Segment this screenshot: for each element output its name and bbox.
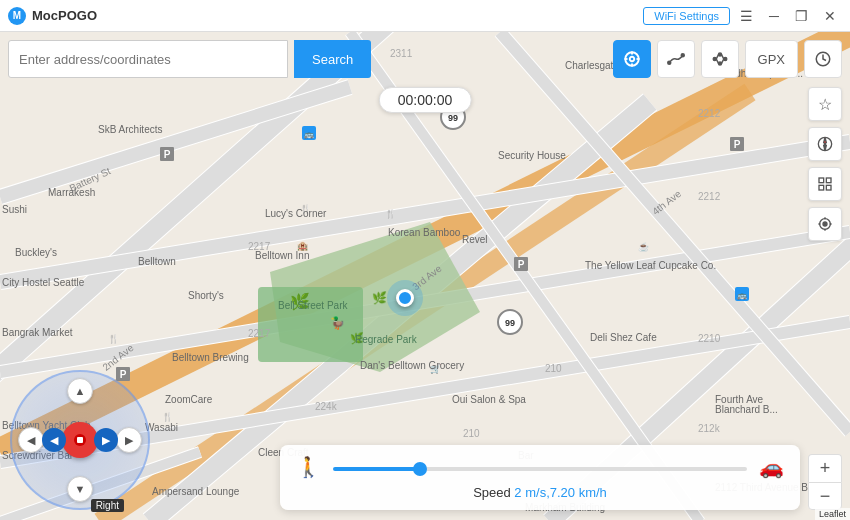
joystick-left-button[interactable]: ◀ xyxy=(18,427,44,453)
speed-text: Speed 2 m/s,7.20 km/h xyxy=(296,485,784,500)
svg-rect-84 xyxy=(819,178,824,183)
svg-text:P: P xyxy=(518,259,525,270)
app-logo: M xyxy=(8,7,26,25)
svg-point-6 xyxy=(667,61,670,64)
speed-panel: 🚶 🚗 Speed 2 m/s,7.20 km/h xyxy=(280,445,800,510)
search-input[interactable] xyxy=(8,40,288,78)
toolbar-right: GPX xyxy=(613,40,842,78)
svg-point-1 xyxy=(629,57,634,62)
svg-line-13 xyxy=(716,59,718,64)
joystick: ▲ ▼ ◀ ▶ ◀ ▶ Right xyxy=(10,370,150,510)
zoom-controls: + − xyxy=(808,454,842,510)
zoom-in-button[interactable]: + xyxy=(808,454,842,482)
menu-button[interactable]: ☰ xyxy=(734,6,759,26)
svg-text:224k: 224k xyxy=(315,401,338,412)
main-content: Search xyxy=(0,32,850,520)
zoom-out-button[interactable]: − xyxy=(808,482,842,510)
layers-button[interactable] xyxy=(808,167,842,201)
svg-rect-86 xyxy=(819,185,824,190)
svg-text:210: 210 xyxy=(463,428,480,439)
timer-display: 00:00:00 xyxy=(379,87,472,113)
svg-point-89 xyxy=(823,222,827,226)
right-direction-label: Right xyxy=(91,499,124,512)
speed-label: Speed xyxy=(473,485,514,500)
svg-text:2217: 2217 xyxy=(248,241,271,252)
svg-point-11 xyxy=(723,58,726,61)
speed-icons: 🚶 🚗 xyxy=(296,455,784,479)
favorites-button[interactable]: ☆ xyxy=(808,87,842,121)
svg-point-7 xyxy=(681,54,684,57)
svg-text:🍴: 🍴 xyxy=(108,333,120,345)
svg-rect-85 xyxy=(826,178,831,183)
svg-line-12 xyxy=(716,55,718,60)
svg-rect-80 xyxy=(77,437,83,443)
svg-text:🏨: 🏨 xyxy=(297,240,309,252)
top-toolbar: Search xyxy=(8,40,842,78)
compass-button[interactable] xyxy=(808,127,842,161)
right-sidebar: ☆ xyxy=(808,87,842,510)
svg-text:🦆: 🦆 xyxy=(330,315,345,330)
svg-text:🍴: 🍴 xyxy=(300,203,312,215)
minimize-button[interactable]: ─ xyxy=(763,6,785,26)
svg-line-26 xyxy=(0,87,350,197)
svg-text:210: 210 xyxy=(545,363,562,374)
svg-text:🍴: 🍴 xyxy=(385,208,397,220)
close-button[interactable]: ✕ xyxy=(818,6,842,26)
svg-text:2212: 2212 xyxy=(698,108,721,119)
svg-text:🌿: 🌿 xyxy=(350,331,364,345)
svg-text:🚌: 🚌 xyxy=(304,129,314,139)
app-title: MocPOGO xyxy=(32,8,97,23)
restore-button[interactable]: ❐ xyxy=(789,6,814,26)
title-left: M MocPOGO xyxy=(8,7,97,25)
map-container[interactable]: Search xyxy=(0,32,850,520)
leaflet-attribution: Leaflet xyxy=(815,508,850,520)
svg-rect-87 xyxy=(826,185,831,190)
svg-text:P: P xyxy=(164,149,171,160)
svg-text:99: 99 xyxy=(448,113,458,123)
title-right: WiFi Settings ☰ ─ ❐ ✕ xyxy=(643,6,842,26)
joystick-background: ▲ ▼ ◀ ▶ ◀ ▶ Right xyxy=(10,370,150,510)
location-marker-inner xyxy=(396,289,414,307)
location-marker xyxy=(387,280,423,316)
multi-route-button[interactable] xyxy=(701,40,739,78)
svg-text:🌿: 🌿 xyxy=(290,292,310,311)
svg-text:🍴: 🍴 xyxy=(162,411,174,423)
speed-slider-container xyxy=(333,460,747,474)
svg-text:99: 99 xyxy=(505,318,515,328)
joystick-nav-left-button[interactable]: ◀ xyxy=(42,428,66,452)
svg-text:🛒: 🛒 xyxy=(430,363,442,375)
joystick-right-button[interactable]: ▶ xyxy=(116,427,142,453)
svg-text:🚌: 🚌 xyxy=(737,290,747,300)
svg-text:🌿: 🌿 xyxy=(372,290,387,305)
svg-point-8 xyxy=(713,58,716,61)
joystick-nav-right-button[interactable]: ▶ xyxy=(94,428,118,452)
svg-text:212k: 212k xyxy=(698,423,721,434)
car-icon: 🚗 xyxy=(759,455,784,479)
svg-text:2210: 2210 xyxy=(698,333,721,344)
svg-point-9 xyxy=(718,53,721,56)
target-location-button[interactable] xyxy=(808,207,842,241)
joystick-down-button[interactable]: ▼ xyxy=(67,476,93,502)
svg-line-15 xyxy=(721,59,723,64)
joystick-up-button[interactable]: ▲ xyxy=(67,378,93,404)
svg-text:2212: 2212 xyxy=(698,191,721,202)
location-center-button[interactable] xyxy=(613,40,651,78)
search-button[interactable]: Search xyxy=(294,40,371,78)
svg-marker-83 xyxy=(824,144,827,151)
svg-text:☕: ☕ xyxy=(638,241,650,253)
joystick-stop-button[interactable] xyxy=(62,422,98,458)
wifi-settings-button[interactable]: WiFi Settings xyxy=(643,7,730,25)
speed-value: 2 m/s,7.20 km/h xyxy=(514,485,606,500)
svg-line-14 xyxy=(721,55,723,60)
location-marker-outer xyxy=(387,280,423,316)
history-button[interactable] xyxy=(804,40,842,78)
gpx-button[interactable]: GPX xyxy=(745,40,798,78)
svg-text:P: P xyxy=(734,139,741,150)
walk-icon: 🚶 xyxy=(296,455,321,479)
speed-slider[interactable] xyxy=(333,467,747,471)
title-bar: M MocPOGO WiFi Settings ☰ ─ ❐ ✕ xyxy=(0,0,850,32)
svg-marker-82 xyxy=(824,137,827,144)
route-tool-button[interactable] xyxy=(657,40,695,78)
svg-point-10 xyxy=(718,62,721,65)
svg-rect-40 xyxy=(258,287,363,362)
